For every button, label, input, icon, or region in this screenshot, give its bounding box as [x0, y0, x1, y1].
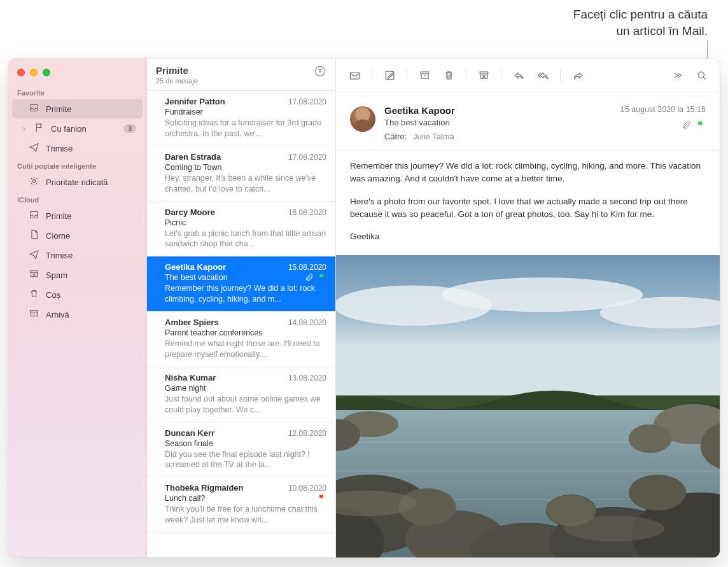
toolbar-separator: [407, 69, 407, 81]
svg-rect-7: [480, 71, 488, 73]
message-preview: Just found out about some online games w…: [165, 394, 326, 416]
message-subject: Fundraiser: [165, 108, 323, 116]
message-subject: Game night: [165, 384, 323, 393]
message-item[interactable]: Jennifer Patton 17.08.2020 Fundraiser So…: [147, 91, 335, 146]
chevron-right-icon: [21, 123, 27, 134]
message-header: Geetika Kapoor The best vacation Către: …: [336, 92, 720, 151]
sidebar-item-coș[interactable]: Coș: [12, 285, 143, 304]
delete-button[interactable]: [438, 66, 459, 85]
message-date: 14.08.2020: [288, 318, 326, 327]
maximize-button[interactable]: [43, 69, 50, 76]
content-pane: Geetika Kapoor The best vacation Către: …: [336, 59, 720, 557]
toolbar: [336, 59, 720, 92]
svg-point-19: [629, 424, 672, 453]
sidebar-item-primite[interactable]: Primite: [12, 99, 143, 118]
sidebar-item-label: Cu fanion: [51, 124, 117, 134]
attachment-image: [336, 255, 720, 557]
sidebar-item-label: Trimise: [46, 251, 136, 260]
message-subject: Parent teacher conferences: [165, 328, 323, 337]
header-to-value: Julie Talma: [413, 132, 454, 141]
sidebar-section-title: Favorite: [8, 85, 146, 99]
junk-button[interactable]: [473, 66, 494, 85]
reply-all-button[interactable]: [532, 66, 554, 85]
sidebar-item-trimise[interactable]: Trimise: [12, 246, 143, 265]
search-button[interactable]: [690, 66, 712, 85]
message-item[interactable]: Duncan Kerr 12.08.2020 Season finale Did…: [147, 423, 335, 478]
sidebar-item-prioritate-ridicată[interactable]: Prioritate ridicată: [12, 172, 143, 192]
message-list-header: Primite 25 de mesaje: [147, 59, 335, 91]
message-from: Geetika Kapoor: [165, 262, 226, 272]
message-subject: Picnic: [165, 218, 323, 227]
callout-line-1: Faceți clic pentru a căuta: [573, 6, 708, 23]
message-from: Darcy Moore: [165, 207, 215, 217]
message-date: 12.08.2020: [288, 429, 326, 438]
svg-point-0: [32, 179, 35, 182]
toolbar-separator: [466, 69, 466, 81]
message-preview: Think you'll be free for a lunchtime cha…: [165, 504, 326, 526]
sidebar-item-label: Coș: [46, 290, 136, 300]
sidebar-item-label: Prioritate ridicată: [46, 178, 136, 187]
close-button[interactable]: [17, 69, 25, 76]
message-from: Nisha Kumar: [165, 373, 216, 382]
spam-icon: [29, 269, 39, 281]
body-signature: Geetika: [350, 230, 706, 243]
gear-icon: [29, 176, 39, 188]
svg-point-8: [697, 71, 704, 78]
message-item[interactable]: Thobeka Rigmaiden 10.08.2020 Lunch call?…: [147, 477, 335, 533]
sidebar-section-title: iCloud: [8, 192, 146, 206]
sidebar-item-cu-fanion[interactable]: Cu fanion3: [12, 119, 143, 138]
mailbox-count: 25 de mesaje: [156, 77, 198, 85]
message-item[interactable]: Daren Estrada 17.08.2020 Coming to Town …: [147, 146, 335, 202]
message-date: 17.08.2020: [288, 153, 326, 162]
message-date: 10.08.2020: [288, 484, 326, 493]
sidebar-item-label: Trimise: [46, 144, 136, 153]
sidebar-item-label: Arhivă: [46, 310, 136, 319]
flag-icon[interactable]: [696, 120, 706, 130]
message-from: Daren Estrada: [165, 152, 221, 162]
sidebar-item-label: Spam: [46, 270, 136, 280]
archive-button[interactable]: [414, 66, 435, 85]
message-preview: Hey, stranger. It's been a while since w…: [165, 173, 326, 195]
minimize-button[interactable]: [30, 69, 38, 76]
flag-icon: [318, 273, 326, 282]
reply-button[interactable]: [508, 66, 529, 85]
message-from: Thobeka Rigmaiden: [165, 483, 244, 493]
toolbar-separator: [560, 69, 561, 81]
svg-point-27: [629, 475, 686, 511]
get-mail-button[interactable]: [344, 66, 365, 85]
forward-button[interactable]: [567, 66, 589, 85]
message-date: 17.08.2020: [288, 97, 326, 106]
sidebar-item-primite[interactable]: Primite: [12, 206, 143, 225]
message-subject: Coming to Town: [165, 163, 323, 172]
sidebar-item-arhivă[interactable]: Arhivă: [12, 305, 143, 324]
more-button[interactable]: [666, 66, 688, 85]
compose-button[interactable]: [379, 66, 400, 85]
header-subject: The best vacation: [384, 118, 589, 127]
message-item[interactable]: Geetika Kapoor 15.08.2020 The best vacat…: [147, 256, 335, 312]
message-from: Jennifer Patton: [165, 97, 225, 106]
svg-rect-4: [350, 72, 359, 78]
message-subject: The best vacation: [165, 273, 301, 282]
message-preview: Remember this journey? We did a lot: roc…: [165, 283, 326, 305]
avatar: [350, 106, 375, 132]
filter-button[interactable]: [314, 65, 326, 80]
sent-icon: [29, 249, 39, 262]
svg-rect-2: [31, 311, 38, 312]
message-item[interactable]: Nisha Kumar 13.08.2020 Game night Just f…: [147, 367, 335, 423]
message-date: 13.08.2020: [288, 374, 326, 382]
message-item[interactable]: Darcy Moore 16.08.2020 Picnic Let's grab…: [147, 202, 335, 257]
sidebar: FavoritePrimiteCu fanion3TrimiseCutii po…: [8, 59, 147, 557]
svg-rect-1: [31, 271, 38, 273]
header-to-label: Către:: [384, 132, 407, 141]
sidebar-item-spam[interactable]: Spam: [12, 265, 143, 284]
body-paragraph: Here's a photo from our favorite spot. I…: [350, 195, 706, 221]
flag-icon: [318, 494, 326, 503]
message-date: 16.08.2020: [288, 208, 326, 217]
attachment-icon: [305, 273, 314, 282]
message-item[interactable]: Amber Spiers 14.08.2020 Parent teacher c…: [147, 312, 335, 367]
attachment-icon: [682, 120, 691, 130]
sidebar-item-ciorne[interactable]: Ciorne: [12, 226, 143, 245]
message-from: Amber Spiers: [165, 318, 219, 327]
svg-point-31: [564, 515, 664, 542]
sidebar-item-trimise[interactable]: Trimise: [12, 139, 143, 158]
